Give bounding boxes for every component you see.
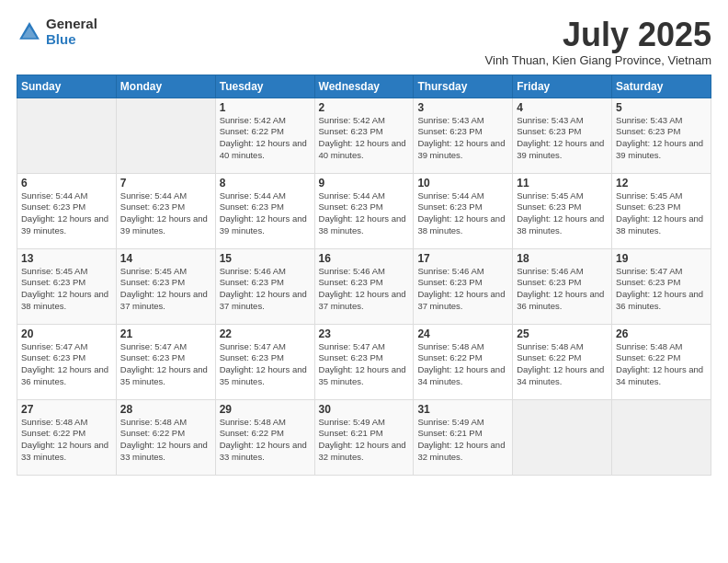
calendar-week-2: 6Sunrise: 5:44 AMSunset: 6:23 PMDaylight…: [17, 173, 711, 248]
logo-icon: [17, 19, 42, 45]
day-number: 7: [120, 177, 211, 190]
calendar-cell: 16Sunrise: 5:46 AMSunset: 6:23 PMDayligh…: [314, 248, 414, 324]
day-info: Sunrise: 5:47 AMSunset: 6:23 PMDaylight:…: [319, 341, 410, 388]
day-info: Sunrise: 5:43 AMSunset: 6:23 PMDaylight:…: [417, 115, 508, 162]
day-number: 2: [319, 101, 410, 114]
day-number: 16: [319, 252, 410, 265]
day-info: Sunrise: 5:44 AMSunset: 6:23 PMDaylight:…: [417, 190, 508, 237]
day-header-saturday: Saturday: [612, 75, 711, 98]
calendar-cell: 3Sunrise: 5:43 AMSunset: 6:23 PMDaylight…: [414, 98, 513, 173]
day-number: 12: [616, 177, 707, 190]
day-number: 15: [220, 252, 311, 265]
day-number: 5: [616, 101, 707, 114]
day-header-monday: Monday: [116, 75, 215, 98]
calendar-cell: 27Sunrise: 5:48 AMSunset: 6:22 PMDayligh…: [17, 399, 117, 475]
calendar-cell: 12Sunrise: 5:45 AMSunset: 6:23 PMDayligh…: [612, 173, 711, 248]
day-header-wednesday: Wednesday: [314, 75, 414, 98]
day-header-thursday: Thursday: [414, 75, 513, 98]
day-info: Sunrise: 5:45 AMSunset: 6:23 PMDaylight:…: [616, 190, 707, 237]
month-title: July 2025: [485, 17, 711, 53]
calendar-cell: 26Sunrise: 5:48 AMSunset: 6:22 PMDayligh…: [612, 324, 711, 399]
day-info: Sunrise: 5:46 AMSunset: 6:23 PMDaylight:…: [417, 266, 508, 313]
calendar-cell: 15Sunrise: 5:46 AMSunset: 6:23 PMDayligh…: [215, 248, 314, 324]
day-info: Sunrise: 5:49 AMSunset: 6:21 PMDaylight:…: [417, 417, 508, 464]
day-number: 19: [616, 252, 707, 265]
day-info: Sunrise: 5:47 AMSunset: 6:23 PMDaylight:…: [616, 266, 707, 313]
header: General Blue July 2025 Vinh Thuan, Kien …: [17, 17, 711, 67]
day-info: Sunrise: 5:47 AMSunset: 6:23 PMDaylight:…: [21, 341, 112, 388]
calendar-cell: [612, 399, 711, 475]
day-number: 10: [417, 177, 508, 190]
calendar-cell: 19Sunrise: 5:47 AMSunset: 6:23 PMDayligh…: [612, 248, 711, 324]
calendar-cell: 10Sunrise: 5:44 AMSunset: 6:23 PMDayligh…: [414, 173, 513, 248]
day-number: 1: [220, 101, 311, 114]
day-number: 28: [120, 403, 211, 416]
day-number: 13: [21, 252, 112, 265]
day-number: 31: [417, 403, 508, 416]
day-info: Sunrise: 5:45 AMSunset: 6:23 PMDaylight:…: [21, 266, 112, 313]
calendar-cell: 2Sunrise: 5:42 AMSunset: 6:23 PMDaylight…: [314, 98, 414, 173]
day-number: 21: [120, 327, 211, 340]
day-info: Sunrise: 5:45 AMSunset: 6:23 PMDaylight:…: [120, 266, 211, 313]
day-header-friday: Friday: [513, 75, 612, 98]
calendar-cell: 13Sunrise: 5:45 AMSunset: 6:23 PMDayligh…: [17, 248, 117, 324]
day-number: 11: [517, 177, 608, 190]
day-info: Sunrise: 5:47 AMSunset: 6:23 PMDaylight:…: [220, 341, 311, 388]
calendar-cell: 29Sunrise: 5:48 AMSunset: 6:22 PMDayligh…: [215, 399, 314, 475]
calendar-cell: 8Sunrise: 5:44 AMSunset: 6:23 PMDaylight…: [215, 173, 314, 248]
day-number: 8: [220, 177, 311, 190]
day-info: Sunrise: 5:47 AMSunset: 6:23 PMDaylight:…: [120, 341, 211, 388]
day-info: Sunrise: 5:46 AMSunset: 6:23 PMDaylight:…: [319, 266, 410, 313]
calendar-cell: 20Sunrise: 5:47 AMSunset: 6:23 PMDayligh…: [17, 324, 117, 399]
day-info: Sunrise: 5:43 AMSunset: 6:23 PMDaylight:…: [616, 115, 707, 162]
day-info: Sunrise: 5:44 AMSunset: 6:23 PMDaylight:…: [21, 190, 112, 237]
calendar-cell: 14Sunrise: 5:45 AMSunset: 6:23 PMDayligh…: [116, 248, 215, 324]
calendar-cell: 7Sunrise: 5:44 AMSunset: 6:23 PMDaylight…: [116, 173, 215, 248]
calendar-cell: 1Sunrise: 5:42 AMSunset: 6:22 PMDaylight…: [215, 98, 314, 173]
day-info: Sunrise: 5:48 AMSunset: 6:22 PMDaylight:…: [220, 417, 311, 464]
day-number: 20: [21, 327, 112, 340]
day-number: 22: [220, 327, 311, 340]
day-info: Sunrise: 5:48 AMSunset: 6:22 PMDaylight:…: [616, 341, 707, 388]
day-info: Sunrise: 5:43 AMSunset: 6:23 PMDaylight:…: [517, 115, 608, 162]
calendar-cell: 4Sunrise: 5:43 AMSunset: 6:23 PMDaylight…: [513, 98, 612, 173]
day-info: Sunrise: 5:46 AMSunset: 6:23 PMDaylight:…: [517, 266, 608, 313]
day-number: 23: [319, 327, 410, 340]
day-number: 14: [120, 252, 211, 265]
day-number: 29: [220, 403, 311, 416]
day-info: Sunrise: 5:42 AMSunset: 6:23 PMDaylight:…: [319, 115, 410, 162]
calendar-cell: [513, 399, 612, 475]
day-info: Sunrise: 5:46 AMSunset: 6:23 PMDaylight:…: [220, 266, 311, 313]
day-info: Sunrise: 5:48 AMSunset: 6:22 PMDaylight:…: [517, 341, 608, 388]
calendar-week-4: 20Sunrise: 5:47 AMSunset: 6:23 PMDayligh…: [17, 324, 711, 399]
day-number: 27: [21, 403, 112, 416]
calendar-cell: [116, 98, 215, 173]
calendar-cell: 23Sunrise: 5:47 AMSunset: 6:23 PMDayligh…: [314, 324, 414, 399]
calendar-header-row: SundayMondayTuesdayWednesdayThursdayFrid…: [17, 75, 711, 98]
day-number: 25: [517, 327, 608, 340]
logo-blue: Blue: [46, 32, 97, 48]
day-number: 6: [21, 177, 112, 190]
page: General Blue July 2025 Vinh Thuan, Kien …: [0, 0, 728, 563]
calendar-cell: 5Sunrise: 5:43 AMSunset: 6:23 PMDaylight…: [612, 98, 711, 173]
calendar-week-3: 13Sunrise: 5:45 AMSunset: 6:23 PMDayligh…: [17, 248, 711, 324]
calendar-cell: 9Sunrise: 5:44 AMSunset: 6:23 PMDaylight…: [314, 173, 414, 248]
day-number: 9: [319, 177, 410, 190]
calendar-cell: 17Sunrise: 5:46 AMSunset: 6:23 PMDayligh…: [414, 248, 513, 324]
day-info: Sunrise: 5:44 AMSunset: 6:23 PMDaylight:…: [120, 190, 211, 237]
logo-general: General: [46, 17, 97, 32]
title-block: July 2025 Vinh Thuan, Kien Giang Provinc…: [485, 17, 711, 67]
day-info: Sunrise: 5:42 AMSunset: 6:22 PMDaylight:…: [220, 115, 311, 162]
calendar-cell: 30Sunrise: 5:49 AMSunset: 6:21 PMDayligh…: [314, 399, 414, 475]
calendar-cell: 21Sunrise: 5:47 AMSunset: 6:23 PMDayligh…: [116, 324, 215, 399]
calendar-cell: 31Sunrise: 5:49 AMSunset: 6:21 PMDayligh…: [414, 399, 513, 475]
logo: General Blue: [17, 17, 97, 47]
day-header-sunday: Sunday: [17, 75, 117, 98]
day-number: 24: [417, 327, 508, 340]
calendar-cell: 18Sunrise: 5:46 AMSunset: 6:23 PMDayligh…: [513, 248, 612, 324]
day-info: Sunrise: 5:48 AMSunset: 6:22 PMDaylight:…: [417, 341, 508, 388]
calendar-cell: 24Sunrise: 5:48 AMSunset: 6:22 PMDayligh…: [414, 324, 513, 399]
day-info: Sunrise: 5:48 AMSunset: 6:22 PMDaylight:…: [120, 417, 211, 464]
day-number: 17: [417, 252, 508, 265]
calendar-week-1: 1Sunrise: 5:42 AMSunset: 6:22 PMDaylight…: [17, 98, 711, 173]
